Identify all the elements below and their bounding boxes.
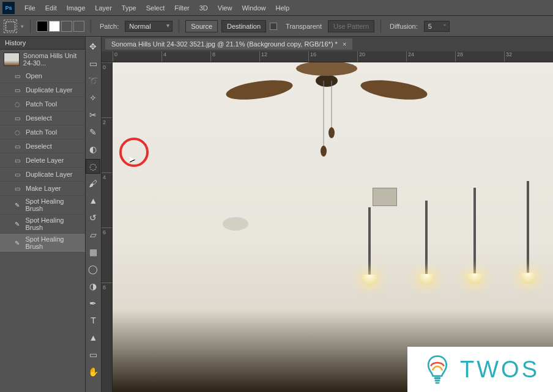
layer-icon: ▭ [12, 155, 22, 165]
lightbulb-icon [421, 353, 454, 386]
svg-rect-9 [434, 377, 441, 380]
ruler-tick: 0 [113, 51, 161, 62]
magic-wand-tool[interactable]: ✧ [86, 91, 100, 105]
diffusion-label: Diffusion: [390, 23, 418, 30]
history-item-label: Patch Tool [26, 128, 57, 136]
menu-filter[interactable]: Filter [169, 2, 194, 14]
ruler-tick: 8 [102, 283, 112, 338]
history-item[interactable]: ◌Patch Tool [0, 97, 85, 111]
patch-mode-dropdown[interactable]: Normal [125, 21, 173, 32]
options-bar: ▾ Patch: Normal Source Destination Trans… [0, 16, 553, 37]
type-tool[interactable]: T [86, 313, 100, 328]
rectangle-tool[interactable]: ▭ [86, 347, 100, 362]
history-item[interactable]: ▭Deselect [0, 139, 85, 153]
eraser-tool[interactable]: ▱ [86, 227, 100, 242]
history-item[interactable]: ◌Patch Tool [0, 125, 85, 139]
history-item[interactable]: ▭Deselect [0, 111, 85, 125]
menu-3d[interactable]: 3D [195, 2, 213, 14]
transparent-checkbox[interactable] [270, 23, 277, 30]
swatch-white-icon[interactable] [49, 21, 60, 32]
path-selection-tool[interactable]: ▲ [86, 330, 100, 345]
history-item[interactable]: ✎Spot Healing Brush [0, 215, 85, 234]
menu-help[interactable]: Help [271, 2, 295, 14]
clone-stamp-tool[interactable]: ▲ [86, 193, 100, 208]
menu-view[interactable]: View [213, 2, 237, 14]
use-pattern-button[interactable]: Use Pattern [328, 20, 374, 32]
menu-type[interactable]: Type [117, 2, 141, 14]
marquee-tool[interactable]: ▭ [86, 56, 100, 71]
move-tool[interactable]: ✥ [86, 39, 100, 54]
diffusion-spinner[interactable]: 5 [424, 21, 450, 32]
menu-file[interactable]: File [20, 2, 40, 14]
blur-tool[interactable]: ◯ [86, 262, 100, 276]
vertical-ruler: 02468 [102, 62, 113, 392]
ruler-tick: 28 [455, 51, 504, 62]
history-item-label: Spot Healing Brush [25, 198, 81, 212]
menu-window[interactable]: Window [237, 2, 270, 14]
horizontal-ruler: 048121620242832 [102, 51, 553, 62]
ruler-tick: 32 [504, 51, 553, 62]
eyedropper-tool[interactable]: ✎ [86, 125, 100, 139]
source-button[interactable]: Source [185, 20, 218, 32]
watermark-text: TWOS [460, 357, 540, 383]
swatch-black-icon[interactable] [37, 21, 48, 32]
watermark: TWOS [407, 347, 553, 392]
history-brush-tool[interactable]: ↺ [86, 210, 100, 225]
tool-preset-chevron-icon[interactable]: ▾ [21, 23, 24, 29]
destination-button[interactable]: Destination [221, 20, 266, 32]
history-item[interactable]: ▭Delete Layer [0, 153, 85, 168]
history-item[interactable]: ▭Make Layer [0, 182, 85, 196]
history-tab[interactable]: History [0, 37, 85, 50]
history-item[interactable]: ▭Duplicate Layer [0, 168, 85, 182]
transparent-label: Transparent [286, 23, 322, 30]
brush-icon: ✎ [12, 238, 21, 248]
svg-rect-11 [435, 382, 439, 384]
ruler-tick: 4 [161, 51, 210, 62]
patch-icon: ◌ [12, 127, 22, 137]
current-tool-icon[interactable] [4, 20, 17, 33]
ruler-tick: 6 [102, 227, 112, 283]
svg-point-8 [328, 127, 335, 138]
lasso-tool[interactable]: ➰ [86, 73, 100, 88]
history-item-label: Deselect [26, 114, 52, 122]
brush-tool[interactable]: 🖌 [86, 176, 100, 191]
svg-point-2 [225, 76, 294, 103]
layer-icon: ▭ [12, 113, 22, 123]
close-icon[interactable]: × [343, 40, 346, 48]
document-canvas[interactable] [113, 62, 553, 392]
dodge-tool[interactable]: ◑ [86, 279, 100, 294]
snapshot-name: Sonoma Hills Unit 24-30... [23, 52, 81, 67]
patch-tool[interactable]: ◌ [86, 159, 100, 174]
history-item-label: Duplicate Layer [26, 171, 72, 178]
history-item[interactable]: ▭Duplicate Layer [0, 83, 85, 97]
spot-healing-tool[interactable]: ◐ [86, 142, 100, 157]
history-snapshot[interactable]: Sonoma Hills Unit 24-30... [0, 50, 85, 69]
crop-tool[interactable]: ✂ [86, 108, 100, 122]
history-panel: History Sonoma Hills Unit 24-30... ▭Open… [0, 37, 86, 392]
history-item[interactable]: ✎Spot Healing Brush [0, 234, 85, 253]
menu-layer[interactable]: Layer [90, 2, 117, 14]
history-item-label: Spot Healing Brush [25, 216, 81, 231]
pen-tool[interactable]: ✒ [86, 296, 100, 311]
menu-image[interactable]: Image [62, 2, 91, 14]
swatch-gray-icon[interactable] [61, 21, 72, 32]
ruler-tick: 12 [259, 51, 308, 62]
history-item[interactable]: ▭Open [0, 69, 85, 83]
svg-point-1 [316, 75, 338, 87]
svg-rect-10 [435, 380, 440, 382]
hand-tool[interactable]: ✋ [86, 364, 100, 379]
document-tab[interactable]: Sonoma Hills Unit 24-302 3521.jpg @ 21.1… [105, 39, 352, 50]
history-item-label: Patch Tool [26, 100, 57, 108]
ruler-tick: 16 [308, 51, 357, 62]
gradient-tool[interactable]: ▦ [86, 245, 100, 259]
menu-select[interactable]: Select [141, 2, 170, 14]
document-tab-bar: Sonoma Hills Unit 24-302 3521.jpg @ 21.1… [102, 37, 553, 51]
history-item[interactable]: ✎Spot Healing Brush [0, 196, 85, 215]
document-tab-title: Sonoma Hills Unit 24-302 3521.jpg @ 21.1… [111, 40, 338, 48]
svg-rect-0 [6, 21, 15, 31]
svg-point-3 [360, 76, 429, 103]
history-item-label: Deselect [26, 142, 52, 150]
swatch-gray2-icon[interactable] [73, 21, 84, 32]
menu-edit[interactable]: Edit [40, 2, 62, 14]
brush-icon: ✎ [12, 219, 21, 229]
